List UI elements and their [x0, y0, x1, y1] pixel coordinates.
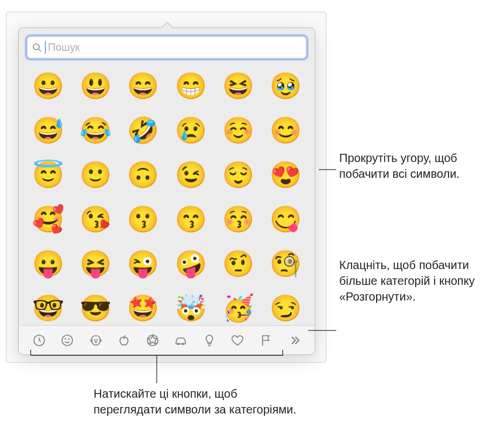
emoji-cell[interactable]: 😗	[127, 204, 158, 235]
emoji-cell[interactable]: 😉	[175, 159, 206, 191]
emoji-cell[interactable]: 😃	[80, 70, 111, 102]
callout-expand: Клацніть, щоб побачити більше категорій …	[339, 257, 485, 305]
emoji-cell[interactable]: 😢	[175, 115, 206, 146]
emoji-cell[interactable]: 😇	[32, 159, 64, 191]
callout-categories: Натискайте ці кнопки, щоб переглядати си…	[94, 386, 304, 418]
emoji-cell[interactable]: 🤩	[127, 292, 158, 324]
svg-point-4	[65, 339, 66, 339]
emoji-cell[interactable]: 😊	[270, 115, 301, 146]
search-input[interactable]	[47, 41, 301, 54]
emoji-cell[interactable]: 🙂	[80, 159, 111, 191]
category-food-button[interactable]	[113, 330, 135, 351]
emoji-cell[interactable]: 🥹	[270, 70, 301, 102]
emoji-cell[interactable]: 😋	[270, 204, 301, 235]
category-symbols-button[interactable]	[227, 330, 248, 351]
callout-scroll: Прокрутіть угору, щоб побачити всі симво…	[339, 150, 485, 182]
emoji-cell[interactable]: 😘	[80, 204, 111, 235]
emoji-popover: 😀😃😄😁😆🥹😅😂🤣😢☺️😊😇🙂🙃😉😌😍🥰😘😗😙😚😋😛😝😜🤪🤨🧐🤓😎🤩🤯🥳😏	[18, 27, 315, 355]
svg-point-6	[94, 339, 95, 340]
screenshot-frame: 😀😃😄😁😆🥹😅😂🤣😢☺️😊😇🙂🙃😉😌😍🥰😘😗😙😚😋😛😝😜🤪🤨🧐🤓😎🤩🤯🥳😏	[6, 12, 326, 363]
emoji-cell[interactable]: 😏	[270, 292, 301, 324]
emoji-cell[interactable]: 🤪	[175, 248, 206, 280]
category-recent-button[interactable]	[29, 330, 50, 351]
emoji-cell[interactable]: 😙	[175, 204, 206, 235]
svg-point-0	[33, 44, 39, 50]
text-caret	[45, 41, 46, 54]
svg-point-7	[96, 339, 97, 340]
car-icon	[174, 333, 188, 347]
emoji-cell[interactable]: 🤨	[222, 248, 254, 280]
emoji-cell[interactable]: 🙃	[127, 159, 158, 191]
emoji-cell[interactable]: 🤯	[175, 292, 206, 324]
emoji-cell[interactable]: 🥳	[222, 292, 254, 324]
emoji-cell[interactable]: 😎	[80, 292, 111, 324]
emoji-grid: 😀😃😄😁😆🥹😅😂🤣😢☺️😊😇🙂🙃😉😌😍🥰😘😗😙😚😋😛😝😜🤪🤨🧐🤓😎🤩🤯🥳😏	[19, 63, 315, 326]
svg-line-1	[39, 49, 41, 51]
emoji-cell[interactable]: 🧐	[270, 248, 301, 280]
svg-point-5	[69, 339, 70, 339]
emoji-cell[interactable]: 🤣	[127, 115, 158, 146]
category-smileys-button[interactable]	[57, 330, 78, 351]
apple-icon	[117, 333, 131, 347]
emoji-cell[interactable]: 😁	[175, 70, 206, 102]
emoji-cell[interactable]: 🤓	[32, 292, 64, 324]
emoji-cell[interactable]: 😍	[270, 159, 301, 191]
emoji-cell[interactable]: ☺️	[222, 115, 254, 146]
heart-icon	[230, 333, 244, 347]
soccer-icon	[146, 333, 160, 347]
emoji-cell[interactable]: 😌	[222, 159, 254, 191]
dog-icon	[89, 333, 103, 347]
category-more-button[interactable]	[284, 330, 305, 351]
emoji-cell[interactable]: 😝	[80, 248, 111, 280]
smiley-icon	[60, 333, 74, 347]
emoji-cell[interactable]: 😜	[127, 248, 158, 280]
search-field[interactable]	[27, 36, 306, 58]
category-travel-button[interactable]	[170, 330, 191, 351]
emoji-cell[interactable]: 😅	[32, 115, 64, 146]
emoji-cell[interactable]: 😀	[32, 70, 64, 102]
emoji-cell[interactable]: 🥰	[32, 204, 64, 235]
emoji-cell[interactable]: 😆	[222, 70, 254, 102]
emoji-cell[interactable]: 😚	[222, 204, 254, 235]
emoji-cell[interactable]: 😂	[80, 115, 111, 146]
category-animals-button[interactable]	[85, 330, 106, 351]
chevrons-icon	[287, 333, 301, 347]
emoji-cell[interactable]: 😛	[32, 248, 64, 280]
category-activity-button[interactable]	[142, 330, 163, 351]
svg-point-8	[147, 335, 158, 346]
category-bracket	[30, 350, 283, 356]
popover-arrow	[160, 22, 173, 28]
category-objects-button[interactable]	[199, 330, 220, 351]
flag-icon	[259, 333, 273, 347]
svg-point-3	[62, 335, 73, 346]
category-flags-button[interactable]	[256, 330, 277, 351]
search-icon	[32, 43, 42, 52]
bulb-icon	[202, 333, 216, 347]
emoji-cell[interactable]: 😄	[127, 70, 158, 102]
clock-icon	[32, 333, 46, 347]
